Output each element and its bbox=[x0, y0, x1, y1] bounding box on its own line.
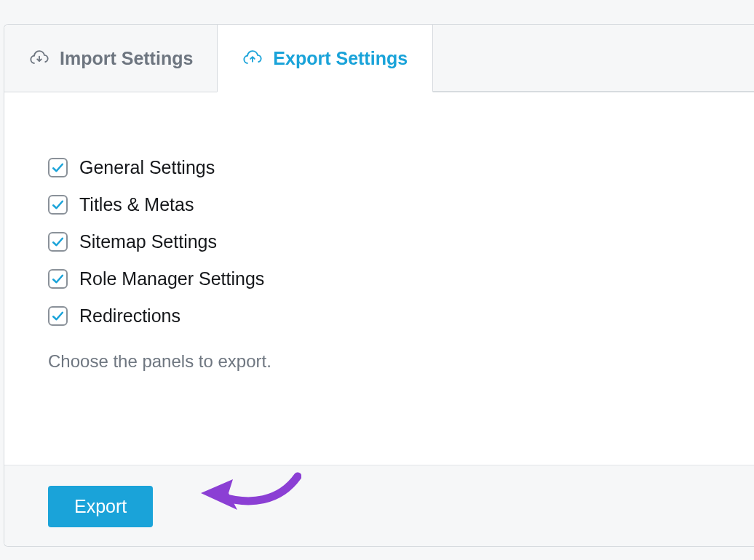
settings-panel: Import Settings Export Settings General … bbox=[4, 24, 754, 547]
tab-bar: Import Settings Export Settings bbox=[4, 25, 754, 92]
tab-import-settings[interactable]: Import Settings bbox=[4, 25, 218, 92]
option-row[interactable]: General Settings bbox=[48, 157, 710, 178]
option-row[interactable]: Redirections bbox=[48, 305, 710, 327]
panel-footer: Export bbox=[4, 465, 754, 546]
option-label: Sitemap Settings bbox=[79, 231, 217, 252]
tab-export-settings[interactable]: Export Settings bbox=[217, 25, 433, 92]
tab-import-label: Import Settings bbox=[60, 48, 193, 69]
export-options-content: General SettingsTitles & MetasSitemap Se… bbox=[4, 92, 754, 401]
checkbox[interactable] bbox=[48, 158, 68, 177]
checkbox[interactable] bbox=[48, 269, 68, 289]
cloud-upload-icon bbox=[242, 48, 263, 68]
cloud-download-icon bbox=[29, 48, 49, 68]
option-label: Redirections bbox=[79, 305, 180, 327]
option-label: Role Manager Settings bbox=[79, 268, 264, 289]
option-label: Titles & Metas bbox=[79, 194, 194, 215]
checkbox[interactable] bbox=[48, 195, 68, 215]
checkbox[interactable] bbox=[48, 232, 68, 252]
tab-export-label: Export Settings bbox=[273, 48, 408, 69]
checkbox[interactable] bbox=[48, 306, 68, 326]
export-button[interactable]: Export bbox=[48, 486, 153, 527]
annotation-arrow-icon bbox=[199, 469, 301, 520]
option-label: General Settings bbox=[79, 157, 215, 178]
help-text: Choose the panels to export. bbox=[48, 351, 710, 372]
option-row[interactable]: Titles & Metas bbox=[48, 194, 710, 215]
option-row[interactable]: Sitemap Settings bbox=[48, 231, 710, 252]
option-row[interactable]: Role Manager Settings bbox=[48, 268, 710, 289]
